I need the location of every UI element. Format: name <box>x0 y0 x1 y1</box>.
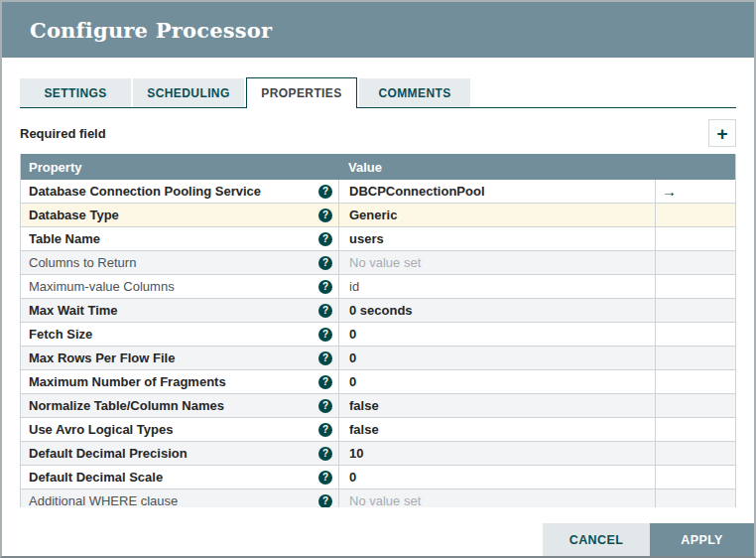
property-value: 0 <box>349 350 356 365</box>
property-value: 0 seconds <box>349 303 413 318</box>
property-row[interactable]: Default Decimal Precision ? 10 <box>21 442 735 466</box>
actions-cell: → <box>655 180 735 203</box>
actions-cell <box>655 370 735 393</box>
property-name: Max Rows Per Flow File <box>29 350 318 365</box>
apply-button[interactable]: APPLY <box>650 523 754 556</box>
question-mark-icon[interactable]: ? <box>318 423 332 437</box>
tab-scheduling[interactable]: SCHEDULING <box>133 78 244 107</box>
value-cell: No value set <box>338 251 655 274</box>
question-mark-icon[interactable]: ? <box>318 256 332 270</box>
property-row[interactable]: Table Name ? users <box>21 227 735 251</box>
property-name: Max Wait Time <box>29 303 318 318</box>
configure-processor-dialog: Configure Processor SETTINGS SCHEDULING … <box>0 0 756 558</box>
dialog-header: Configure Processor <box>2 2 754 58</box>
property-cell: Default Decimal Precision ? <box>21 442 338 465</box>
property-row[interactable]: Max Rows Per Flow File ? 0 <box>21 347 735 370</box>
value-cell: false <box>338 418 655 441</box>
property-value: Generic <box>349 208 397 222</box>
tab-bar: SETTINGS SCHEDULING PROPERTIES COMMENTS <box>20 77 736 108</box>
property-value: No value set <box>349 255 421 270</box>
property-value: id <box>349 279 359 294</box>
property-row[interactable]: Maximum-value Columns ? id <box>21 275 735 299</box>
value-cell: 0 <box>338 323 655 346</box>
question-mark-icon[interactable]: ? <box>318 280 332 294</box>
property-cell: Columns to Return ? <box>21 251 338 274</box>
value-cell: 10 <box>338 442 655 465</box>
property-name: Database Type <box>29 208 318 222</box>
value-cell: 0 <box>338 370 655 393</box>
property-cell: Max Rows Per Flow File ? <box>21 347 338 369</box>
actions-cell <box>655 227 735 250</box>
property-name: Fetch Size <box>29 327 318 342</box>
question-mark-icon[interactable]: ? <box>318 399 332 413</box>
value-cell: DBCPConnectionPool <box>338 180 655 203</box>
actions-cell <box>655 275 735 298</box>
property-value: 10 <box>349 446 363 461</box>
property-row[interactable]: Max Wait Time ? 0 seconds <box>21 299 735 323</box>
properties-toolbar: Required field + <box>20 119 736 147</box>
property-row[interactable]: Normalize Table/Column Names ? false <box>21 394 735 418</box>
tab-settings[interactable]: SETTINGS <box>20 78 131 107</box>
question-mark-icon[interactable]: ? <box>318 185 332 199</box>
property-name: Table Name <box>29 231 318 246</box>
property-cell: Maximum Number of Fragments ? <box>21 370 338 393</box>
tab-properties[interactable]: PROPERTIES <box>246 77 357 108</box>
question-mark-icon[interactable]: ? <box>318 304 332 318</box>
property-row[interactable]: Additional WHERE clause ? No value set <box>21 489 735 507</box>
actions-cell <box>655 418 735 441</box>
value-cell: 0 <box>338 347 655 369</box>
question-mark-icon[interactable]: ? <box>318 209 332 222</box>
actions-cell <box>655 323 735 346</box>
question-mark-icon[interactable]: ? <box>318 351 332 365</box>
property-table-body: Database Connection Pooling Service ? DB… <box>21 180 735 507</box>
property-row[interactable]: Use Avro Logical Types ? false <box>21 418 735 442</box>
property-cell: Use Avro Logical Types ? <box>21 418 338 441</box>
property-row[interactable]: Database Connection Pooling Service ? DB… <box>21 180 735 204</box>
property-cell: Database Type ? <box>21 204 338 226</box>
property-row[interactable]: Columns to Return ? No value set <box>21 251 735 275</box>
actions-cell <box>655 394 735 417</box>
right-arrow-icon[interactable]: → <box>662 183 677 200</box>
property-name: Maximum Number of Fragments <box>29 374 318 389</box>
property-cell: Maximum-value Columns ? <box>21 275 338 298</box>
property-cell: Additional WHERE clause ? <box>21 489 338 507</box>
question-mark-icon[interactable]: ? <box>318 375 332 389</box>
actions-cell <box>655 299 735 322</box>
value-cell: Generic <box>338 204 655 226</box>
property-name: Database Connection Pooling Service <box>29 184 318 199</box>
property-cell: Normalize Table/Column Names ? <box>21 394 338 417</box>
property-value: No value set <box>349 493 421 507</box>
actions-cell <box>655 466 735 488</box>
property-row[interactable]: Default Decimal Scale ? 0 <box>21 466 735 489</box>
question-mark-icon[interactable]: ? <box>318 494 332 508</box>
question-mark-icon[interactable]: ? <box>318 328 332 342</box>
question-mark-icon[interactable]: ? <box>318 471 332 485</box>
actions-cell <box>655 204 735 226</box>
column-header-value: Value <box>338 160 655 175</box>
dialog-body: SETTINGS SCHEDULING PROPERTIES COMMENTS … <box>2 77 754 507</box>
tab-comments[interactable]: COMMENTS <box>359 78 470 107</box>
property-row[interactable]: Database Type ? Generic <box>21 204 735 227</box>
property-row[interactable]: Maximum Number of Fragments ? 0 <box>21 370 735 394</box>
plus-icon[interactable]: + <box>708 119 736 147</box>
property-value: 0 <box>349 470 356 485</box>
cancel-button[interactable]: CANCEL <box>543 523 650 556</box>
value-cell: No value set <box>338 489 655 507</box>
property-name: Default Decimal Precision <box>29 446 318 461</box>
property-cell: Database Connection Pooling Service ? <box>21 180 338 203</box>
question-mark-icon[interactable]: ? <box>318 447 332 461</box>
property-value: DBCPConnectionPool <box>349 184 485 199</box>
property-value: 0 <box>349 327 356 342</box>
property-cell: Default Decimal Scale ? <box>21 466 338 488</box>
property-name: Normalize Table/Column Names <box>29 398 318 413</box>
property-cell: Fetch Size ? <box>21 323 338 346</box>
actions-cell <box>655 442 735 465</box>
property-row[interactable]: Fetch Size ? 0 <box>21 323 735 347</box>
value-cell: 0 seconds <box>338 299 655 322</box>
property-name: Columns to Return <box>29 255 318 270</box>
property-name: Default Decimal Scale <box>29 470 318 485</box>
actions-cell <box>655 489 735 507</box>
question-mark-icon[interactable]: ? <box>318 232 332 246</box>
property-value: 0 <box>349 374 356 389</box>
value-cell: 0 <box>338 466 655 488</box>
